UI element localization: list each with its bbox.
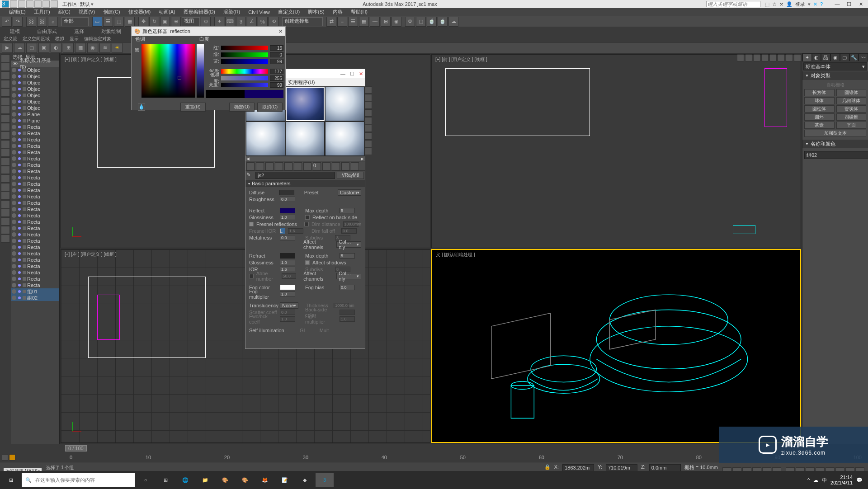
- freeze-icon[interactable]: [18, 208, 21, 211]
- sel-bone-icon[interactable]: ◉: [87, 43, 98, 53]
- freeze-icon[interactable]: [18, 227, 21, 230]
- se-tool-17[interactable]: [1, 192, 10, 200]
- object-name-input[interactable]: [804, 151, 868, 159]
- bind-button[interactable]: ⟐: [48, 17, 58, 27]
- freeze-icon[interactable]: [18, 157, 21, 160]
- options-icon[interactable]: [365, 132, 372, 140]
- scale-button[interactable]: ▣: [160, 17, 170, 27]
- scene-item[interactable]: Recta: [11, 276, 59, 282]
- sample-slot-3[interactable]: [325, 87, 364, 121]
- tray-chevron-icon[interactable]: ^: [807, 477, 810, 483]
- scene-item[interactable]: Recta: [11, 181, 59, 187]
- app-menu-icon[interactable]: 3: [2, 0, 9, 8]
- mat-id-icon[interactable]: 0: [313, 162, 321, 170]
- se-tool-14[interactable]: [1, 166, 10, 174]
- minimize-button[interactable]: —: [832, 0, 843, 8]
- se-tool-4[interactable]: [1, 80, 10, 88]
- login-link[interactable]: 登录: [795, 1, 805, 8]
- viewport-left-label[interactable]: [+] [左 ] [用户定义 ] [线框 ]: [65, 251, 117, 258]
- reset-mat-icon[interactable]: [275, 162, 283, 170]
- freeze-icon[interactable]: [18, 265, 21, 268]
- start-button[interactable]: ⊞: [2, 473, 20, 487]
- visibility-icon[interactable]: [12, 213, 16, 218]
- track-filter-icon[interactable]: [2, 454, 8, 461]
- sel-object-icon[interactable]: ▶: [2, 43, 13, 53]
- uv-tile-icon[interactable]: [365, 109, 372, 117]
- se-tool-8[interactable]: [1, 114, 10, 122]
- sat-value[interactable]: 255: [270, 75, 283, 81]
- ok-button[interactable]: 确定(O): [229, 103, 255, 112]
- se-tool-12[interactable]: [1, 149, 10, 157]
- sel-all-icon[interactable]: ≋: [99, 43, 110, 53]
- visibility-icon[interactable]: [12, 68, 16, 72]
- visibility-icon[interactable]: [12, 131, 16, 136]
- mat-min-icon[interactable]: —: [340, 71, 345, 77]
- blue-value[interactable]: 99: [270, 59, 283, 64]
- menu-create[interactable]: 创建(C): [103, 9, 120, 15]
- spinner-snap[interactable]: ⟲: [269, 17, 278, 27]
- reset-button[interactable]: 重置(R): [180, 103, 206, 112]
- freeze-icon[interactable]: [18, 214, 21, 217]
- sel-warp-icon[interactable]: ▦: [75, 43, 86, 53]
- se-tool-1[interactable]: [1, 54, 10, 62]
- schematic-view[interactable]: ⊞: [381, 17, 391, 27]
- ribbon-tab-freeform[interactable]: 自由形式: [29, 27, 65, 36]
- redo-button[interactable]: ↷: [13, 17, 23, 27]
- freeze-icon[interactable]: [18, 126, 21, 128]
- se-tool-22[interactable]: [1, 235, 10, 243]
- visibility-icon[interactable]: [12, 125, 16, 129]
- firefox-icon[interactable]: 🦊: [256, 473, 274, 487]
- undo-button[interactable]: ↶: [2, 17, 12, 27]
- mat-map-nav-icon[interactable]: [365, 148, 372, 155]
- cloud-icon[interactable]: ⤧: [779, 1, 783, 7]
- ribbon-tab-paint[interactable]: 对象绘制: [93, 27, 129, 36]
- app-icon-4[interactable]: ◆: [296, 473, 314, 487]
- scene-item[interactable]: Objec: [11, 80, 59, 86]
- visibility-icon[interactable]: [12, 264, 16, 268]
- mat-close-icon[interactable]: ✕: [359, 71, 363, 77]
- ior-spinner[interactable]: 1.6: [280, 267, 295, 272]
- visibility-icon[interactable]: [12, 289, 16, 294]
- sel-shape-icon[interactable]: ▣: [38, 43, 49, 53]
- menu-render[interactable]: 渲染(R): [223, 9, 240, 15]
- scene-item[interactable]: Recta: [11, 225, 59, 231]
- video-check-icon[interactable]: [365, 117, 372, 124]
- undo-icon[interactable]: [34, 0, 42, 8]
- freeze-icon[interactable]: [18, 290, 21, 293]
- make-unique-icon[interactable]: [294, 162, 302, 170]
- ribbon-sub-4[interactable]: 编辑选定对象: [84, 36, 111, 42]
- new-icon[interactable]: [10, 0, 17, 8]
- render-button[interactable]: 🍵: [427, 17, 437, 27]
- material-editor-button[interactable]: ◉: [392, 17, 401, 27]
- reflect-gloss-spinner[interactable]: 1.0: [280, 215, 295, 220]
- freeze-icon[interactable]: [18, 107, 21, 109]
- mat-menu-utils[interactable]: 实用程序(U): [288, 79, 315, 86]
- menu-group[interactable]: 组(G): [58, 9, 71, 15]
- se-tool-20[interactable]: [1, 217, 10, 226]
- scene-item[interactable]: Recta: [11, 250, 59, 257]
- app-icon-1[interactable]: 🎨: [216, 473, 234, 487]
- visibility-icon[interactable]: [12, 232, 16, 237]
- reflect-affect-dropdown[interactable]: Col…nly▾: [336, 241, 361, 248]
- daylight-icon[interactable]: ☀: [112, 43, 123, 53]
- freeze-icon[interactable]: [18, 164, 21, 166]
- viewport-top-label[interactable]: [+] [顶 ] [用户定义 ] [线框 ]: [65, 56, 117, 63]
- blue-slider[interactable]: [221, 59, 268, 64]
- scene-item[interactable]: Recta: [11, 193, 59, 200]
- scene-item[interactable]: Recta: [11, 168, 59, 174]
- freeze-icon[interactable]: [18, 176, 21, 179]
- whiteness-slider[interactable]: [197, 44, 204, 98]
- fog-mult-spinner[interactable]: 1.0: [280, 292, 295, 297]
- visibility-icon[interactable]: [12, 245, 16, 249]
- exchange-icon[interactable]: ✕: [813, 1, 817, 7]
- new-color-swatch[interactable]: [245, 90, 283, 98]
- visibility-icon[interactable]: [12, 80, 16, 85]
- layers-button[interactable]: ☰: [348, 17, 358, 27]
- workspace-label[interactable]: 工作区: 默认: [62, 1, 90, 8]
- align-button[interactable]: ≡: [337, 17, 347, 27]
- manipulate-button[interactable]: ✦: [214, 17, 224, 27]
- pivot-button[interactable]: ⊙: [201, 17, 211, 27]
- fresnel-lock-icon[interactable]: L: [280, 228, 285, 234]
- translucency-dropdown[interactable]: None▾: [280, 302, 298, 309]
- se-tool-3[interactable]: [1, 71, 10, 80]
